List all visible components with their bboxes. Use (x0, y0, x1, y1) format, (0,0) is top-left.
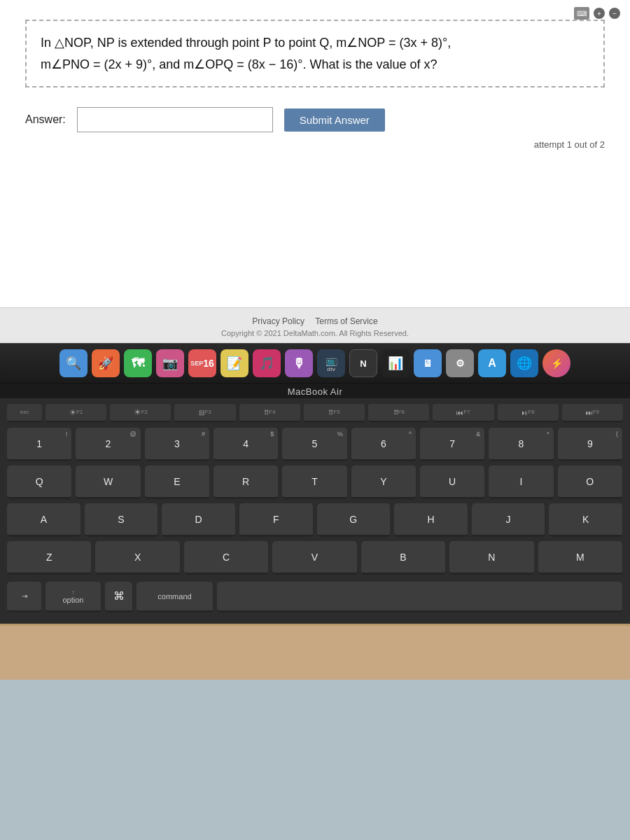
key-9[interactable]: ( 9 (558, 428, 623, 461)
fn-key-f7[interactable]: ⏮ F7 (433, 404, 493, 422)
toolbar-icons: ⌨ + − (574, 7, 620, 20)
key-5[interactable]: % 5 (282, 428, 347, 461)
key-2[interactable]: @ 2 (76, 428, 141, 461)
dock-item-maps[interactable]: 🗺 (124, 349, 152, 377)
privacy-link[interactable]: Privacy Policy (252, 316, 304, 326)
dock-item-settings[interactable]: ⚙ (446, 349, 474, 377)
key-j[interactable]: J (472, 503, 546, 537)
key-t[interactable]: T (282, 465, 347, 499)
dock-item-notes[interactable]: 📝 (220, 349, 248, 377)
key-c[interactable]: C (184, 541, 269, 575)
answer-input[interactable] (77, 107, 273, 132)
dock-item-appstore[interactable]: A (478, 349, 506, 377)
problem-box: In △NOP, NP is extended through point P … (25, 20, 605, 88)
qwerty-row: Q W E R T Y U I O (7, 465, 623, 499)
key-6[interactable]: ^ 6 (351, 428, 416, 461)
problem-line1: In △NOP, NP is extended through point P … (41, 32, 589, 54)
number-row: ! 1 @ 2 # 3 $ 4 % 5 ^ 6 & 7 * 8 (7, 428, 623, 461)
key-spacebar[interactable] (217, 582, 623, 612)
key-e[interactable]: E (145, 465, 210, 499)
keyboard-icon: ⌨ (574, 7, 589, 20)
key-7[interactable]: & 7 (420, 428, 485, 461)
key-g[interactable]: G (317, 503, 391, 537)
fn-key-f8[interactable]: ⏯ F8 (498, 404, 559, 422)
dock-item-tv[interactable]: 📺 dtv (317, 349, 345, 377)
macbook-label: MacBook Air (0, 384, 630, 398)
fn-key-f1[interactable]: ☀ F1 (46, 404, 106, 422)
fn-key-f2[interactable]: ☀ F2 (110, 404, 171, 422)
dock-item-stocks[interactable]: 📊 (382, 349, 410, 377)
dock-bar: 🔍 🚀 🗺 📷 SEP 16 📝 🎵 🎙 📺 dtv N 📊 🖥 ⚙ A 🌐 ⚡ (0, 343, 630, 384)
dock-item-display[interactable]: 🖥 (414, 349, 442, 377)
key-z[interactable]: Z (7, 541, 92, 575)
key-1[interactable]: ! 1 (7, 428, 72, 461)
asdf-row: A S D F G H J K (7, 503, 623, 537)
key-option[interactable]: ↑ option (46, 582, 102, 612)
zoom-remove-icon[interactable]: − (609, 8, 620, 19)
dock-item-finder[interactable]: 🔍 (59, 349, 88, 377)
submit-button[interactable]: Submit Answer (284, 108, 385, 132)
bottom-row: ⇥ ↑ option ⌘ command (7, 582, 623, 612)
footer-copyright: Copyright © 2021 DeltaMath.com. All Righ… (0, 329, 630, 343)
dock-item-news[interactable]: N (349, 349, 377, 377)
answer-label: Answer: (25, 113, 66, 126)
key-u[interactable]: U (420, 465, 485, 499)
zxcv-row: Z X C V B N M (7, 541, 623, 575)
attempt-text: attempt 1 out of 2 (25, 139, 605, 150)
dock-item-safari[interactable]: 🌐 (510, 349, 538, 377)
key-w[interactable]: W (76, 465, 141, 499)
math-content-area: In △NOP, NP is extended through point P … (0, 0, 630, 308)
key-s[interactable]: S (85, 503, 159, 537)
key-o[interactable]: O (558, 465, 623, 499)
key-b[interactable]: B (361, 541, 446, 575)
dock-item-arc[interactable]: ⚡ (542, 349, 570, 377)
zoom-add-icon[interactable]: + (594, 8, 605, 19)
key-n[interactable]: N (449, 541, 534, 575)
dock-item-music[interactable]: 🎵 (253, 349, 281, 377)
key-command-icon[interactable]: ⌘ (105, 582, 133, 612)
fn-key-f5[interactable]: ⠿ F5 (304, 404, 365, 422)
key-q[interactable]: Q (7, 465, 72, 499)
laptop-chassis (0, 624, 630, 680)
key-v[interactable]: V (272, 541, 357, 575)
key-k[interactable]: K (549, 503, 623, 537)
fn-row: esc ☀ F1 ☀ F2 ⊟ F3 ⠿ F4 ⠿ F5 ⠿ F6 ⏮ F7 (7, 404, 623, 422)
key-i[interactable]: I (489, 465, 554, 499)
key-f[interactable]: F (239, 503, 314, 537)
key-m[interactable]: M (538, 541, 623, 575)
dock-item-podcasts[interactable]: 🎙 (285, 349, 313, 377)
fn-key-f3[interactable]: ⊟ F3 (174, 404, 235, 422)
fn-key-esc[interactable]: esc (7, 404, 42, 422)
key-d[interactable]: D (162, 503, 236, 537)
keyboard-area: esc ☀ F1 ☀ F2 ⊟ F3 ⠿ F4 ⠿ F5 ⠿ F6 ⏮ F7 (0, 398, 630, 624)
key-r[interactable]: R (214, 465, 279, 499)
key-8[interactable]: * 8 (489, 428, 554, 461)
terms-link[interactable]: Terms of Service (315, 316, 377, 326)
problem-line2: m∠PNO = (2x + 9)°, and m∠OPQ = (8x − 16)… (41, 54, 589, 76)
answer-row: Answer: Submit Answer (25, 107, 605, 132)
footer-links: Privacy Policy Terms of Service (0, 308, 630, 329)
screen: ⌨ + − In △NOP, NP is extended through po… (0, 0, 630, 343)
fn-key-f6[interactable]: ⠿ F6 (368, 404, 429, 422)
key-x[interactable]: X (95, 541, 180, 575)
fn-key-f9[interactable]: ⏭ F9 (562, 404, 623, 422)
key-tab[interactable]: ⇥ (7, 582, 42, 612)
key-y[interactable]: Y (351, 465, 416, 499)
fn-key-f4[interactable]: ⠿ F4 (239, 404, 300, 422)
key-4[interactable]: $ 4 (214, 428, 279, 461)
key-command[interactable]: command (136, 582, 214, 612)
key-3[interactable]: # 3 (145, 428, 210, 461)
key-a[interactable]: A (7, 503, 81, 537)
dock-item-calendar[interactable]: SEP 16 (188, 349, 216, 377)
dock-item-photos[interactable]: 📷 (156, 349, 184, 377)
dock-item-launchpad[interactable]: 🚀 (92, 349, 120, 377)
key-h[interactable]: H (394, 503, 468, 537)
